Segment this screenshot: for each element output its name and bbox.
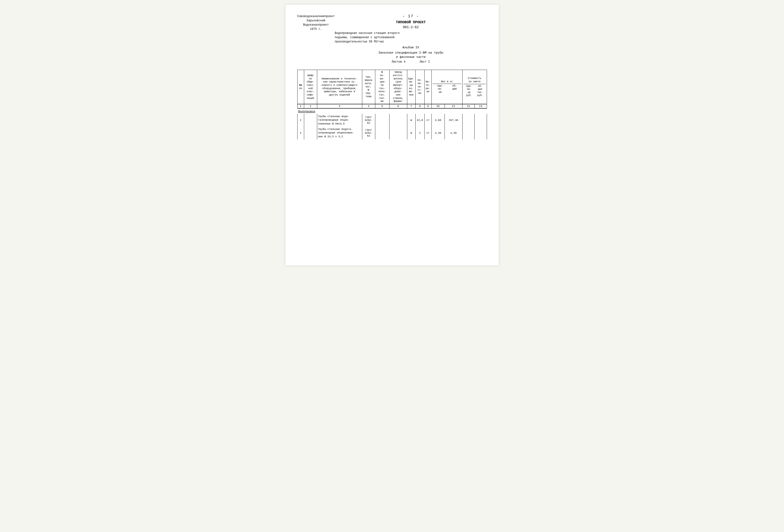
row2-w-unit: 2,39 <box>431 127 445 139</box>
th-name: Наименование и техничес-кая характеристи… <box>317 70 362 104</box>
col-num-10: IO <box>431 104 445 108</box>
row2-c-total <box>475 127 487 139</box>
doc-type: ТИПОВОЙ ПРОЕКТ <box>335 20 487 24</box>
sheets-count-label: Листов 4 <box>392 60 405 63</box>
th-c-unit: еди-ни-царуб. <box>466 85 472 97</box>
spec-line2: и фасонные части <box>396 55 425 59</box>
th-weight: Вес в кг еди-ни-ца об-щий <box>431 70 463 104</box>
row1-c-total <box>475 114 487 127</box>
org-line4: 1975 г. <box>297 27 335 31</box>
col-num-7: 7 <box>407 104 415 108</box>
row2-mat: ст <box>424 127 431 139</box>
doc-description: Водопроводная насосная станция второго п… <box>335 31 487 44</box>
th-type: Тип,маркаката-лог,№чер-тежа <box>362 70 375 104</box>
org-info: Союзводоканалниипроект Харьковский Водок… <box>297 14 335 31</box>
row1-w-unit: 4,88 <box>431 114 445 127</box>
album-label: Альбом IV <box>335 46 487 49</box>
th-num: №№пп <box>297 70 304 104</box>
col-num-12: I2 <box>463 104 475 108</box>
row2-qty: I <box>415 127 424 139</box>
col-number-row: I 2 3 4 5 6 7 8 9 IO II I2 I3 <box>297 104 487 108</box>
row2-w-total: 2,39 <box>445 127 463 139</box>
th-pos: №по-ви-циипотех-ноло-гич.схе-ме <box>375 70 389 104</box>
row2-unit: м <box>407 127 415 139</box>
row1-maker <box>389 114 407 127</box>
row2-c-unit <box>463 127 475 139</box>
table-row: I Трубы стальные водо-газопроводные опци… <box>297 114 487 127</box>
section-vodoprovod: Водопровод <box>297 108 487 114</box>
org-line3: Водоканалпроект <box>297 23 335 27</box>
section-title: Водопровод <box>297 108 487 114</box>
row2-num: 2 <box>297 127 304 139</box>
row2-name: Трубы стальные водога-зопроводные опцинк… <box>317 127 362 139</box>
col-num-2: 2 <box>304 104 317 108</box>
row2-pos <box>375 127 389 139</box>
document-page: Союзводоканалниипроект Харьковский Водок… <box>285 5 499 265</box>
row2-maker <box>389 127 407 139</box>
table-row: 2 Трубы стальные водога-зопроводные опци… <box>297 127 487 139</box>
row1-c-unit <box>463 114 475 127</box>
th-unit: Еди-ни-цаиз-ме-ния <box>407 70 415 104</box>
row1-mat: ст <box>424 114 431 127</box>
row1-unit: м <box>407 114 415 127</box>
row1-name: Трубы стальные водо-газопроводные опцин-… <box>317 114 362 127</box>
col-num-11: II <box>445 104 463 108</box>
page-number: - 17 - <box>335 14 487 19</box>
empty-row <box>297 139 487 149</box>
doc-header: - 17 - ТИПОВОЙ ПРОЕКТ 901-2-62 Водопрово… <box>335 14 487 67</box>
col-num-8: 8 <box>415 104 424 108</box>
th-mat: Ма-те-ри-ал <box>424 70 431 104</box>
col-num-4: 4 <box>362 104 375 108</box>
row2-type: ГОСТ3262-62 <box>362 127 375 139</box>
desc-line3: производительностью 50 М3/час <box>335 40 384 44</box>
spec-table: №№пп Шифрпообще-союз-нойклас-сифи-кации … <box>297 70 487 149</box>
desc-line2: подъема, совмещенная с артскважиной <box>335 36 394 39</box>
th-w-total: об-щий <box>452 84 456 94</box>
sheets-info: Листов 4 Лист I <box>335 60 487 63</box>
row1-code <box>304 114 317 127</box>
row1-qty: 22,0 <box>415 114 424 127</box>
th-qty: Ко-ли-че-ст-во <box>415 70 424 104</box>
col-num-9: 9 <box>424 104 431 108</box>
org-line1: Союзводоканалниипроект <box>297 14 335 19</box>
row1-w-total: I07,36 <box>445 114 463 127</box>
doc-code: 901-2-62 <box>335 25 487 29</box>
col-num-1: I <box>297 104 304 108</box>
col-num-5: 5 <box>375 104 389 108</box>
row2-code <box>304 127 317 139</box>
th-maker: Заводизгото-витель/дляимпорт.обору-дова-… <box>389 70 407 104</box>
row1-type: ГОСТ3262-62 <box>362 114 375 127</box>
th-c-total: об-щаятыс.руб. <box>477 85 483 97</box>
col-num-6: 6 <box>389 104 407 108</box>
header-section: Союзводоканалниипроект Харьковский Водок… <box>297 14 487 67</box>
section-title-text: Водопровод <box>298 110 315 113</box>
th-cost: Стоимостьпо смете еди-ни-царуб. об-щаяты… <box>463 70 487 104</box>
th-w-unit: еди-ни-ца <box>437 84 443 94</box>
row1-num: I <box>297 114 304 127</box>
sheet-number-label: Лист I <box>420 60 430 63</box>
row1-pos <box>375 114 389 127</box>
spec-line1: Заказная спецификация 2-ВМ на трубы <box>379 51 443 55</box>
col-num-3: 3 <box>317 104 362 108</box>
spec-title: Заказная спецификация 2-ВМ на трубы и фа… <box>335 51 487 59</box>
col-num-13: I3 <box>475 104 487 108</box>
th-code: Шифрпообще-союз-нойклас-сифи-кации <box>304 70 317 104</box>
table-header-row: №№пп Шифрпообще-союз-нойклас-сифи-кации … <box>297 70 487 104</box>
org-line2: Харьковский <box>297 19 335 23</box>
desc-line1: Водопроводная насосная станция второго <box>335 31 400 35</box>
